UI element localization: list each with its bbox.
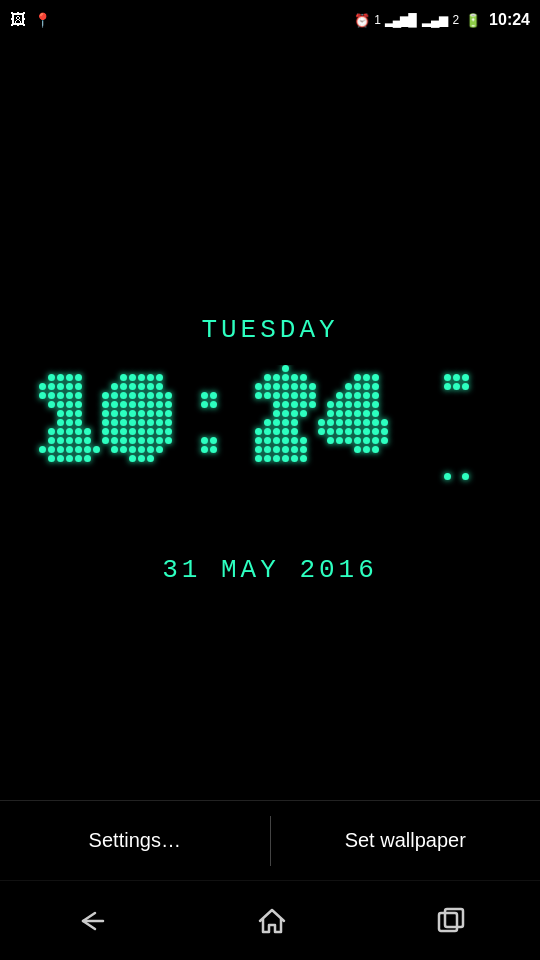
recents-button[interactable] bbox=[417, 897, 485, 945]
nav-bar bbox=[0, 880, 540, 960]
settings-label: Settings… bbox=[89, 829, 181, 852]
back-button[interactable] bbox=[55, 899, 127, 943]
status-bar: 🖼 📍 ⏰ 1 ▂▄▆█ ▂▄▆ 2 🔋 10:24 bbox=[0, 0, 540, 40]
location-icon: 📍 bbox=[34, 12, 51, 28]
day-label: TUESDAY bbox=[201, 315, 338, 345]
status-left: 🖼 📍 bbox=[10, 11, 51, 29]
clock-container bbox=[30, 365, 510, 525]
date-label: 31 MAY 2016 bbox=[162, 555, 378, 585]
clock-canvas bbox=[30, 365, 510, 525]
battery-icon: 🔋 bbox=[465, 13, 481, 28]
status-right: ⏰ 1 ▂▄▆█ ▂▄▆ 2 🔋 10:24 bbox=[354, 11, 530, 29]
home-button[interactable] bbox=[236, 897, 308, 945]
svg-rect-0 bbox=[439, 913, 457, 931]
svg-rect-1 bbox=[445, 909, 463, 927]
wallpaper-label: Set wallpaper bbox=[345, 829, 466, 852]
image-icon: 🖼 bbox=[10, 11, 26, 29]
signal-1-label: 1 bbox=[374, 13, 381, 27]
bottom-bar: Settings… Set wallpaper bbox=[0, 800, 540, 880]
signal1-icon: ▂▄▆█ bbox=[385, 13, 416, 27]
signal2-icon: ▂▄▆ bbox=[422, 13, 449, 27]
clock-display bbox=[30, 365, 510, 525]
settings-button[interactable]: Settings… bbox=[0, 801, 270, 880]
home-icon bbox=[256, 907, 288, 935]
status-time: 10:24 bbox=[489, 11, 530, 29]
recents-icon bbox=[437, 907, 465, 935]
main-content: TUESDAY 31 MAY 2016 bbox=[0, 40, 540, 860]
back-icon bbox=[75, 909, 107, 933]
signal-2-label: 2 bbox=[452, 13, 459, 27]
alarm-icon: ⏰ bbox=[354, 13, 370, 28]
set-wallpaper-button[interactable]: Set wallpaper bbox=[271, 801, 541, 880]
